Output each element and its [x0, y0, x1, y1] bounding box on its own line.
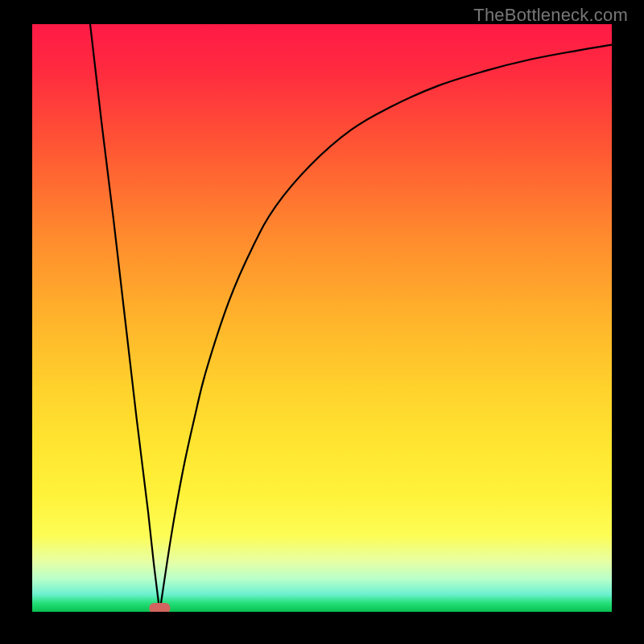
chart-svg [32, 24, 612, 612]
chart-plot-area [32, 24, 612, 612]
watermark-text: TheBottleneck.com [473, 5, 628, 26]
curve-left-branch [90, 24, 159, 612]
minimum-marker [149, 603, 170, 612]
curve-right-branch [159, 45, 612, 612]
chart-frame: TheBottleneck.com [0, 0, 644, 644]
curve-group [90, 24, 612, 612]
